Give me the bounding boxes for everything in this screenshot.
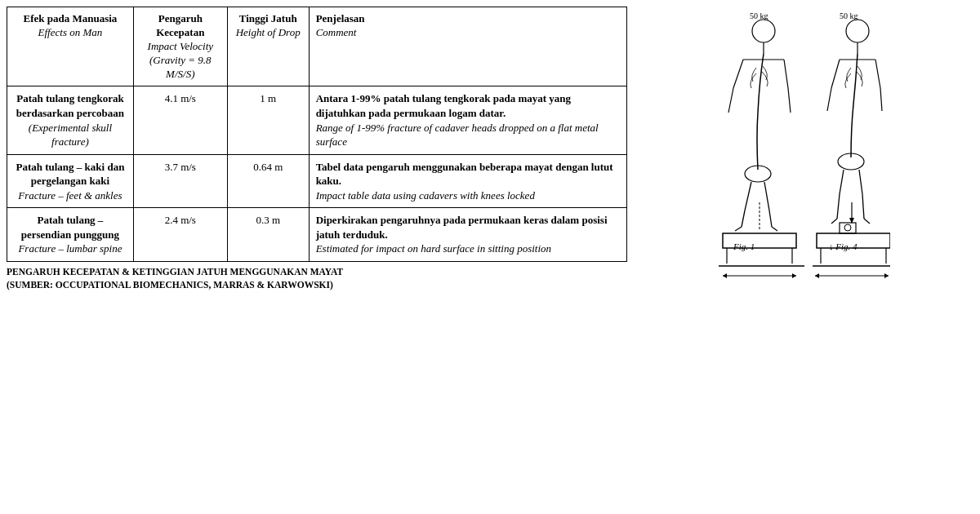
svg-marker-47 — [792, 273, 796, 278]
header-height: Tinggi Jatuh Height of Drop — [227, 7, 309, 86]
main-content: Efek pada Manuasia Effects on Man Pengar… — [7, 7, 973, 507]
page-container: Efek pada Manuasia Effects on Man Pengar… — [0, 0, 980, 514]
svg-text:50 kg: 50 kg — [750, 11, 768, 20]
table-row: Patah tulang tengkorak berdasarkan perco… — [7, 86, 627, 154]
skeleton-figures-svg: Fig. 1 ↓ Fig. 4 50 kg 50 kg — [719, 7, 890, 414]
table-row: Patah tulang – kaki dan pergelangan kaki… — [7, 154, 627, 208]
svg-line-17 — [772, 227, 777, 231]
svg-line-33 — [831, 219, 837, 224]
svg-marker-46 — [723, 273, 727, 278]
svg-marker-49 — [815, 273, 819, 278]
svg-line-9 — [784, 60, 788, 88]
svg-text:↓ Fig. 4: ↓ Fig. 4 — [829, 241, 858, 251]
header-effect: Efek pada Manuasia Effects on Man — [7, 7, 134, 86]
footer-section: PENGARUH KECEPATAN & KETINGGIAN JATUH ME… — [7, 265, 627, 291]
svg-line-12 — [745, 182, 751, 210]
footer-line1: PENGARUH KECEPATAN & KETINGGIAN JATUH ME… — [7, 265, 627, 278]
svg-line-7 — [733, 60, 743, 88]
svg-line-13 — [742, 210, 745, 227]
svg-line-26 — [831, 60, 840, 88]
svg-text:Fig. 1: Fig. 1 — [733, 241, 755, 251]
svg-line-32 — [837, 194, 840, 219]
svg-point-4 — [752, 20, 775, 42]
cell-velocity-0: 4.1 m/s — [133, 86, 227, 154]
image-section: Fig. 1 ↓ Fig. 4 50 kg 50 kg — [627, 7, 973, 507]
svg-line-27 — [827, 88, 831, 111]
cell-comment-0: Antara 1-99% patah tulang tengkorak pada… — [309, 86, 626, 154]
table-row: Patah tulang – persendian punggung Fract… — [7, 208, 627, 262]
cell-effect-0: Patah tulang tengkorak berdasarkan perco… — [7, 86, 134, 154]
svg-line-29 — [880, 88, 882, 111]
cell-height-2: 0.3 m — [227, 208, 309, 262]
footer-line2: (SUMBER: OCCUPATIONAL BIOMECHANICS, MARR… — [7, 278, 627, 291]
main-table: Efek pada Manuasia Effects on Man Pengar… — [7, 7, 627, 262]
svg-line-10 — [788, 88, 791, 113]
svg-line-35 — [862, 194, 864, 219]
svg-line-34 — [859, 170, 862, 194]
svg-line-14 — [735, 227, 742, 231]
svg-point-23 — [846, 20, 869, 42]
header-comment: Penjelasan Comment — [309, 7, 626, 86]
svg-line-36 — [864, 219, 870, 224]
header-velocity: Pengaruh Kecepatan Impact Velocity (Grav… — [133, 7, 227, 86]
cell-height-1: 0.64 m — [227, 154, 309, 208]
cell-effect-2: Patah tulang – persendian punggung Fract… — [7, 208, 134, 262]
table-section: Efek pada Manuasia Effects on Man Pengar… — [7, 7, 627, 507]
svg-line-28 — [875, 60, 880, 88]
svg-line-15 — [764, 182, 769, 210]
cell-comment-2: Diperkirakan pengaruhnya pada permukaan … — [309, 208, 626, 262]
svg-line-8 — [728, 88, 733, 113]
cell-comment-1: Tabel data pengaruh menggunakan beberapa… — [309, 154, 626, 208]
cell-effect-1: Patah tulang – kaki dan pergelangan kaki… — [7, 154, 134, 208]
svg-marker-50 — [884, 273, 889, 278]
svg-line-16 — [769, 210, 772, 227]
svg-line-31 — [840, 170, 844, 194]
cell-velocity-1: 3.7 m/s — [133, 154, 227, 208]
svg-text:50 kg: 50 kg — [840, 11, 858, 20]
cell-height-0: 1 m — [227, 86, 309, 154]
svg-point-39 — [844, 224, 851, 231]
cell-velocity-2: 2.4 m/s — [133, 208, 227, 262]
